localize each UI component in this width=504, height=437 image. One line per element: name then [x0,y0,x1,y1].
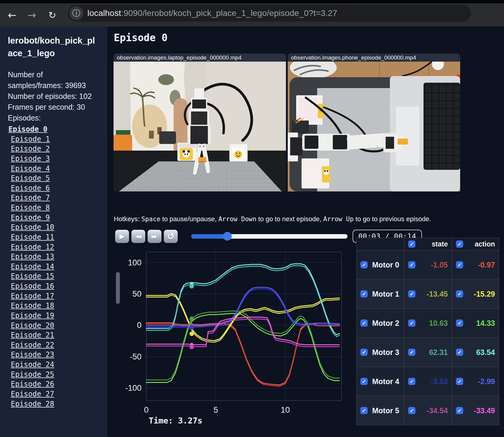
checkbox-checked[interactable]: ✓ [456,319,463,327]
motor-row: ✓Motor 5✓-34.54✓-33.49 [357,396,499,425]
sidebar-episode-link[interactable]: Episode 11 [8,232,101,242]
hotkeys-mid1: to pause/unpause, [160,215,218,223]
table-corner-cell [357,238,404,250]
sidebar-episode-link[interactable]: Episode 13 [8,252,101,262]
motor-label: Motor 2 [372,319,399,328]
hotkey-arrow-up: Arrow Up [323,215,354,223]
action-value: -0.97 [478,261,495,269]
sidebar-episode-link[interactable]: Episode 25 [8,370,101,380]
sidebar-episode-link[interactable]: Episode 20 [8,321,101,331]
checkbox-checked[interactable]: ✓ [360,407,368,414]
motor-row: ✓Motor 1✓-13.45✓-15.29 [357,280,499,309]
sidebar-episode-link[interactable]: Episode 22 [8,340,101,350]
checkbox-checked[interactable]: ✓ [456,378,463,385]
checkbox-checked[interactable]: ✓ [360,378,368,385]
state-value: 62.31 [429,348,448,357]
sidebar-episode-link[interactable]: Episode 14 [8,262,101,272]
sidebar-episode-link[interactable]: Episode 21 [8,330,101,340]
motor-label: Motor 0 [372,261,399,269]
svg-text:0: 0 [144,405,148,414]
checkbox-checked[interactable]: ✓ [456,290,463,298]
motor-name-cell: ✓Motor 2 [357,309,404,338]
sidebar-episode-link[interactable]: Episode 28 [8,399,101,409]
motor-chart[interactable]: 100500-50-1000510 [113,237,347,431]
sidebar-episode-link[interactable]: Episode 0 [8,124,101,134]
checkbox-checked[interactable]: ✓ [456,261,463,268]
column-header-state: ✓state [404,238,452,250]
checkbox-checked[interactable]: ✓ [408,407,415,414]
state-value: -34.54 [427,406,448,415]
sidebar-episode-link[interactable]: Episode 8 [8,203,101,213]
address-bar[interactable]: ⓘ localhost:9090/lerobot/koch_pick_place… [68,5,471,22]
motor-label: Motor 3 [372,348,399,357]
episodes-label: Episodes: [8,112,101,123]
checkbox-checked[interactable]: ✓ [360,319,368,327]
sidebar-episode-link[interactable]: Episode 26 [8,379,101,389]
dataset-info-line: samples/frames: 39693 [8,80,101,91]
svg-text:0: 0 [137,321,141,330]
sidebar-episode-link[interactable]: Episode 27 [8,389,101,399]
sidebar-episode-link[interactable]: Episode 12 [8,242,101,252]
checkbox-checked[interactable]: ✓ [408,378,415,385]
sidebar-episode-link[interactable]: Episode 7 [8,193,101,203]
dataset-info-line: Frames per second: 30 [8,102,101,112]
checkbox-checked[interactable]: ✓ [456,407,463,414]
motor-name-cell: ✓Motor 5 [357,396,404,425]
phone-video-card[interactable]: observation.images.phone_episode_000000.… [288,53,460,191]
sidebar-episode-link[interactable]: Episode 23 [8,350,101,360]
checkbox-checked[interactable]: ✓ [408,261,415,268]
checkbox-checked[interactable]: ✓ [408,290,415,298]
sidebar-episode-link[interactable]: Episode 19 [8,311,101,321]
motor-row: ✓Motor 4✓-3.52✓-2.99 [357,367,499,396]
sidebar-episode-link[interactable]: Episode 6 [8,183,101,193]
checkbox-checked[interactable]: ✓ [456,240,463,248]
state-cell: ✓-1.05 [404,250,452,280]
caption-text: observation.images.laptop_episode_000000… [117,54,241,61]
state-value: -1.05 [431,261,448,269]
laptop-video-caption: observation.images.laptop_episode_000000… [114,53,286,62]
sidebar-episode-link[interactable]: Episode 15 [8,271,101,281]
checkbox-checked[interactable]: ✓ [408,319,415,327]
sidebar-episode-link[interactable]: Episode 4 [8,164,101,174]
main-content: Episode 0 observation.images.laptop_epis… [107,26,504,437]
laptop-video-card[interactable]: observation.images.laptop_episode_000000… [114,53,286,191]
hotkey-arrow-down: Arrow Down [218,215,256,223]
dataset-info-line: Number of episodes: 102 [8,91,101,102]
url-text[interactable]: localhost:9090/lerobot/koch_pick_place_1… [87,8,337,18]
sidebar-episode-link[interactable]: Episode 18 [8,301,101,311]
browser-reload-icon[interactable]: ↻ [43,3,61,26]
sidebar-episode-link[interactable]: Episode 9 [8,213,101,223]
hotkeys-prefix: Hotkeys: [114,215,141,223]
dataset-info: Number ofsamples/frames: 39693Number of … [8,69,101,112]
hotkeys-suffix: to go to previous episode. [354,215,431,223]
checkbox-checked[interactable]: ✓ [408,240,415,248]
phone-video[interactable] [288,62,460,191]
sidebar-episode-link[interactable]: Episode 17 [8,291,101,301]
checkbox-checked[interactable]: ✓ [360,349,368,356]
hotkeys-mid2: to go to next episode, [257,215,323,223]
checkbox-checked[interactable]: ✓ [360,290,368,298]
sidebar-episode-link[interactable]: Episode 5 [8,173,101,183]
state-value: -3.52 [431,377,448,386]
svg-text:50: 50 [132,289,141,298]
sidebar-episode-link[interactable]: Episode 10 [8,222,101,232]
action-value: -2.99 [478,377,495,386]
sidebar-episode-link[interactable]: Episode 3 [8,154,101,164]
motor-row: ✓Motor 3✓62.31✓63.54 [357,338,499,367]
laptop-video[interactable] [114,62,286,191]
browser-back-icon[interactable]: ← [3,3,21,26]
sidebar-episode-link[interactable]: Episode 1 [8,134,101,144]
checkbox-checked[interactable]: ✓ [360,261,368,268]
checkbox-checked[interactable]: ✓ [456,349,463,356]
checkbox-checked[interactable]: ✓ [408,349,415,356]
sidebar-episode-link[interactable]: Episode 24 [8,360,101,370]
dataset-info-line: Number of [8,69,101,80]
action-cell: ✓-15.29 [452,280,499,309]
scrollbar-thumb[interactable] [116,272,120,304]
action-value: 14.33 [476,319,495,328]
sidebar-episode-link[interactable]: Episode 16 [8,281,101,291]
state-cell: ✓10.63 [404,309,452,338]
sidebar-episode-link[interactable]: Episode 2 [8,144,101,154]
browser-forward-icon[interactable]: → [23,3,41,26]
site-info-icon[interactable]: ⓘ [69,6,83,20]
